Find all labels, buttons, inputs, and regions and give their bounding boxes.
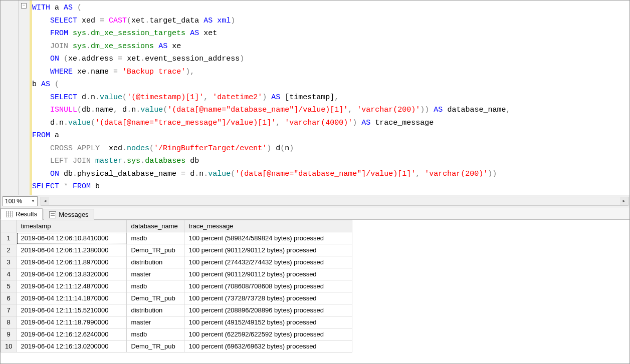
code-line[interactable]: FROM a [32, 129, 629, 142]
cell[interactable]: Demo_TR_pub [127, 244, 184, 256]
cell[interactable]: 2019-06-04 12:11:12.4870000 [17, 280, 127, 292]
cell[interactable]: 2019-06-04 12:11:15.5210000 [17, 304, 127, 316]
code-line[interactable]: SELECT * FROM b [32, 180, 629, 193]
code-line[interactable]: FROM sys.dm_xe_session_targets AS xet [32, 27, 629, 40]
row-number[interactable]: 1 [1, 232, 17, 244]
code-line[interactable]: WHERE xe.name = 'Backup trace'), [32, 66, 629, 79]
cell[interactable]: 100 percent (274432/274432 bytes) proces… [184, 256, 352, 268]
row-header-blank[interactable] [1, 220, 17, 232]
cell[interactable]: 100 percent (90112/90112 bytes) processe… [184, 244, 352, 256]
table-row[interactable]: 42019-06-04 12:06:13.8320000master100 pe… [1, 268, 352, 280]
row-number[interactable]: 10 [1, 340, 17, 352]
table-row[interactable]: 32019-06-04 12:06:11.8970000distribution… [1, 256, 352, 268]
cell[interactable]: 100 percent (208896/208896 bytes) proces… [184, 304, 352, 316]
table-row[interactable]: 92019-06-04 12:16:12.6240000msdb100 perc… [1, 328, 352, 340]
tab-messages[interactable]: Messages [44, 209, 94, 220]
table-row[interactable]: 82019-06-04 12:11:18.7990000master100 pe… [1, 316, 352, 328]
cell[interactable]: 2019-06-04 12:16:13.0200000 [17, 340, 127, 352]
row-number[interactable]: 7 [1, 304, 17, 316]
row-number[interactable]: 2 [1, 244, 17, 256]
horizontal-scrollbar[interactable]: ◄ ► [41, 197, 628, 206]
code-content[interactable]: WITH a AS ( SELECT xed = CAST(xet.target… [32, 1, 629, 195]
zoom-dropdown[interactable]: 100 % ▼ [3, 196, 38, 206]
row-number[interactable]: 6 [1, 292, 17, 304]
cell[interactable]: 2019-06-04 12:06:13.8320000 [17, 268, 127, 280]
cell[interactable]: 2019-06-04 12:06:10.8410000 [17, 232, 127, 244]
zoom-value: 100 % [5, 198, 22, 205]
code-line[interactable]: WITH a AS ( [32, 2, 629, 15]
code-line[interactable]: JOIN sys.dm_xe_sessions AS xe [32, 40, 629, 53]
results-tabs: Results Messages [1, 207, 629, 220]
table-row[interactable]: 102019-06-04 12:16:13.0200000Demo_TR_pub… [1, 340, 352, 352]
code-line[interactable]: LEFT JOIN master.sys.databases db [32, 155, 629, 168]
code-line[interactable]: CROSS APPLY xed.nodes('/RingBufferTarget… [32, 142, 629, 155]
cell[interactable]: 100 percent (73728/73728 bytes) processe… [184, 292, 352, 304]
row-number[interactable]: 4 [1, 268, 17, 280]
sql-editor[interactable]: − WITH a AS ( SELECT xed = CAST(xet.targ… [1, 1, 629, 195]
cell[interactable]: 100 percent (90112/90112 bytes) processe… [184, 268, 352, 280]
cell[interactable]: distribution [127, 256, 184, 268]
cell[interactable]: 100 percent (589824/589824 bytes) proces… [184, 232, 352, 244]
cell[interactable]: 2019-06-04 12:06:11.8970000 [17, 256, 127, 268]
fold-collapse-icon[interactable]: − [21, 3, 27, 9]
grid-icon [6, 211, 13, 218]
scroll-right-icon[interactable]: ► [620, 197, 628, 205]
results-grid[interactable]: timestampdatabase_nametrace_message12019… [1, 220, 629, 363]
column-header[interactable]: database_name [127, 220, 184, 232]
table-row[interactable]: 72019-06-04 12:11:15.5210000distribution… [1, 304, 352, 316]
cell[interactable]: msdb [127, 280, 184, 292]
chevron-down-icon: ▼ [31, 199, 35, 203]
tab-messages-label: Messages [59, 211, 88, 218]
cell[interactable]: master [127, 316, 184, 328]
messages-icon [49, 211, 56, 218]
cell[interactable]: 100 percent (69632/69632 bytes) processe… [184, 340, 352, 352]
column-header[interactable]: trace_message [184, 220, 352, 232]
code-line[interactable]: b AS ( [32, 78, 629, 91]
cell[interactable]: 2019-06-04 12:11:14.1870000 [17, 292, 127, 304]
cell[interactable]: 2019-06-04 12:06:11.2380000 [17, 244, 127, 256]
table-row[interactable]: 12019-06-04 12:06:10.8410000msdb100 perc… [1, 232, 352, 244]
cell[interactable]: Demo_TR_pub [127, 292, 184, 304]
scroll-left-icon[interactable]: ◄ [41, 197, 49, 205]
editor-gutter [1, 1, 19, 195]
zoom-scrollbar-row: 100 % ▼ ◄ ► [1, 195, 629, 207]
row-number[interactable]: 5 [1, 280, 17, 292]
row-number[interactable]: 9 [1, 328, 17, 340]
cell[interactable]: 2019-06-04 12:11:18.7990000 [17, 316, 127, 328]
code-line[interactable]: SELECT d.n.value('(@timestamp)[1]', 'dat… [32, 91, 629, 104]
tab-results[interactable]: Results [1, 208, 43, 220]
cell[interactable]: distribution [127, 304, 184, 316]
code-line[interactable]: ON (xe.address = xet.event_session_addre… [32, 53, 629, 66]
code-line[interactable]: d.n.value('(data[@name="trace_message"]/… [32, 117, 629, 130]
code-line[interactable]: ON db.physical_database_name = d.n.value… [32, 168, 629, 181]
fold-margin[interactable]: − [19, 1, 30, 195]
cell[interactable]: msdb [127, 328, 184, 340]
row-number[interactable]: 8 [1, 316, 17, 328]
table-row[interactable]: 62019-06-04 12:11:14.1870000Demo_TR_pub1… [1, 292, 352, 304]
cell[interactable]: 100 percent (49152/49152 bytes) processe… [184, 316, 352, 328]
column-header[interactable]: timestamp [17, 220, 127, 232]
cell[interactable]: msdb [127, 232, 184, 244]
cell[interactable]: Demo_TR_pub [127, 340, 184, 352]
results-table[interactable]: timestampdatabase_nametrace_message12019… [1, 220, 352, 352]
tab-results-label: Results [16, 210, 37, 218]
table-row[interactable]: 22019-06-04 12:06:11.2380000Demo_TR_pub1… [1, 244, 352, 256]
code-line[interactable]: ISNULL(db.name, d.n.value('(data[@name="… [32, 104, 629, 117]
table-row[interactable]: 52019-06-04 12:11:12.4870000msdb100 perc… [1, 280, 352, 292]
row-number[interactable]: 3 [1, 256, 17, 268]
cell[interactable]: 100 percent (622592/622592 bytes) proces… [184, 328, 352, 340]
code-line[interactable]: SELECT xed = CAST(xet.target_data AS xml… [32, 15, 629, 28]
cell[interactable]: 100 percent (708608/708608 bytes) proces… [184, 280, 352, 292]
cell[interactable]: master [127, 268, 184, 280]
cell[interactable]: 2019-06-04 12:16:12.6240000 [17, 328, 127, 340]
